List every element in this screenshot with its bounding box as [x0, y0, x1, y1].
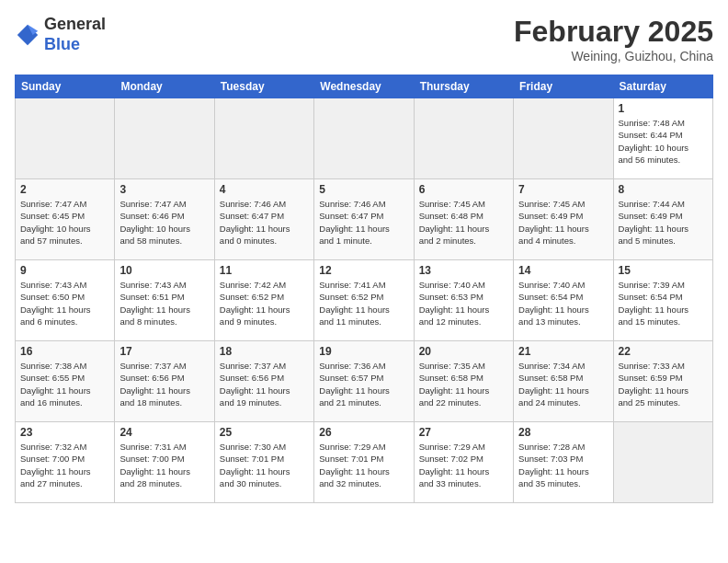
calendar-cell: 3Sunrise: 7:47 AM Sunset: 6:46 PM Daylig…: [115, 179, 214, 260]
day-info: Sunrise: 7:46 AM Sunset: 6:47 PM Dayligh…: [319, 198, 408, 247]
calendar-cell: 1Sunrise: 7:48 AM Sunset: 6:44 PM Daylig…: [613, 98, 712, 179]
day-info: Sunrise: 7:37 AM Sunset: 6:56 PM Dayligh…: [220, 360, 309, 408]
calendar-week-row: 1Sunrise: 7:48 AM Sunset: 6:44 PM Daylig…: [16, 98, 713, 179]
day-info: Sunrise: 7:46 AM Sunset: 6:47 PM Dayligh…: [220, 198, 309, 247]
calendar-cell: [613, 422, 712, 503]
day-number: 13: [419, 264, 508, 277]
month-title: February 2025: [514, 15, 713, 49]
calendar-cell: 10Sunrise: 7:43 AM Sunset: 6:51 PM Dayli…: [115, 260, 214, 341]
day-number: 25: [220, 426, 309, 439]
day-info: Sunrise: 7:45 AM Sunset: 6:48 PM Dayligh…: [419, 198, 508, 247]
calendar-cell: 2Sunrise: 7:47 AM Sunset: 6:45 PM Daylig…: [16, 179, 115, 260]
location: Weining, Guizhou, China: [514, 49, 713, 63]
calendar-cell: [414, 98, 513, 179]
calendar-cell: 12Sunrise: 7:41 AM Sunset: 6:52 PM Dayli…: [314, 260, 414, 341]
day-info: Sunrise: 7:47 AM Sunset: 6:45 PM Dayligh…: [20, 198, 109, 247]
day-info: Sunrise: 7:41 AM Sunset: 6:52 PM Dayligh…: [319, 279, 408, 327]
day-number: 16: [20, 345, 109, 358]
logo-text: General Blue: [44, 15, 106, 54]
day-number: 9: [20, 264, 109, 277]
day-number: 23: [20, 426, 109, 439]
day-number: 7: [518, 183, 608, 196]
day-number: 24: [119, 426, 209, 439]
day-number: 10: [119, 264, 209, 277]
weekday-header-friday: Friday: [514, 75, 613, 98]
day-number: 17: [119, 345, 209, 358]
day-number: 4: [220, 183, 309, 196]
day-info: Sunrise: 7:44 AM Sunset: 6:49 PM Dayligh…: [619, 198, 708, 247]
day-info: Sunrise: 7:42 AM Sunset: 6:52 PM Dayligh…: [220, 279, 309, 327]
calendar-cell: 14Sunrise: 7:40 AM Sunset: 6:54 PM Dayli…: [514, 260, 613, 341]
day-info: Sunrise: 7:29 AM Sunset: 7:02 PM Dayligh…: [419, 441, 508, 489]
weekday-header-monday: Monday: [115, 75, 214, 98]
day-info: Sunrise: 7:43 AM Sunset: 6:50 PM Dayligh…: [20, 279, 109, 327]
day-info: Sunrise: 7:38 AM Sunset: 6:55 PM Dayligh…: [20, 360, 109, 408]
calendar-cell: [214, 98, 313, 179]
calendar-cell: [514, 98, 613, 179]
day-info: Sunrise: 7:47 AM Sunset: 6:46 PM Dayligh…: [119, 198, 209, 247]
day-number: 22: [619, 345, 708, 358]
calendar-cell: 8Sunrise: 7:44 AM Sunset: 6:49 PM Daylig…: [613, 179, 712, 260]
calendar-cell: 11Sunrise: 7:42 AM Sunset: 6:52 PM Dayli…: [214, 260, 313, 341]
calendar-cell: 9Sunrise: 7:43 AM Sunset: 6:50 PM Daylig…: [16, 260, 115, 341]
calendar-cell: 22Sunrise: 7:33 AM Sunset: 6:59 PM Dayli…: [613, 341, 712, 422]
calendar-week-row: 23Sunrise: 7:32 AM Sunset: 7:00 PM Dayli…: [16, 422, 713, 503]
calendar-cell: 21Sunrise: 7:34 AM Sunset: 6:58 PM Dayli…: [514, 341, 613, 422]
calendar-cell: 19Sunrise: 7:36 AM Sunset: 6:57 PM Dayli…: [314, 341, 414, 422]
weekday-header-tuesday: Tuesday: [214, 75, 313, 98]
weekday-header-saturday: Saturday: [613, 75, 712, 98]
day-number: 26: [319, 426, 408, 439]
weekday-header-thursday: Thursday: [414, 75, 513, 98]
title-block: February 2025 Weining, Guizhou, China: [514, 15, 713, 63]
day-number: 14: [518, 264, 608, 277]
calendar-cell: 27Sunrise: 7:29 AM Sunset: 7:02 PM Dayli…: [414, 422, 513, 503]
day-info: Sunrise: 7:40 AM Sunset: 6:53 PM Dayligh…: [419, 279, 508, 327]
day-number: 28: [518, 426, 608, 439]
day-number: 6: [419, 183, 508, 196]
day-number: 18: [220, 345, 309, 358]
day-number: 15: [619, 264, 708, 277]
logo: General Blue: [15, 15, 106, 54]
calendar-cell: 15Sunrise: 7:39 AM Sunset: 6:54 PM Dayli…: [613, 260, 712, 341]
calendar-cell: [115, 98, 214, 179]
calendar-cell: 5Sunrise: 7:46 AM Sunset: 6:47 PM Daylig…: [314, 179, 414, 260]
page-header: General Blue February 2025 Weining, Guiz…: [15, 15, 713, 63]
calendar-cell: 13Sunrise: 7:40 AM Sunset: 6:53 PM Dayli…: [414, 260, 513, 341]
logo-icon: [15, 22, 40, 48]
calendar-cell: 25Sunrise: 7:30 AM Sunset: 7:01 PM Dayli…: [214, 422, 313, 503]
day-number: 11: [220, 264, 309, 277]
day-info: Sunrise: 7:39 AM Sunset: 6:54 PM Dayligh…: [619, 279, 708, 327]
day-number: 12: [319, 264, 408, 277]
day-number: 3: [119, 183, 209, 196]
day-info: Sunrise: 7:45 AM Sunset: 6:49 PM Dayligh…: [518, 198, 608, 247]
day-info: Sunrise: 7:32 AM Sunset: 7:00 PM Dayligh…: [20, 441, 109, 489]
day-number: 2: [20, 183, 109, 196]
day-info: Sunrise: 7:33 AM Sunset: 6:59 PM Dayligh…: [619, 360, 708, 408]
calendar-cell: 23Sunrise: 7:32 AM Sunset: 7:00 PM Dayli…: [16, 422, 115, 503]
calendar-cell: 7Sunrise: 7:45 AM Sunset: 6:49 PM Daylig…: [514, 179, 613, 260]
day-info: Sunrise: 7:40 AM Sunset: 6:54 PM Dayligh…: [518, 279, 608, 327]
day-info: Sunrise: 7:28 AM Sunset: 7:03 PM Dayligh…: [518, 441, 608, 489]
day-info: Sunrise: 7:36 AM Sunset: 6:57 PM Dayligh…: [319, 360, 408, 408]
calendar-cell: 16Sunrise: 7:38 AM Sunset: 6:55 PM Dayli…: [16, 341, 115, 422]
calendar-week-row: 16Sunrise: 7:38 AM Sunset: 6:55 PM Dayli…: [16, 341, 713, 422]
calendar-cell: [16, 98, 115, 179]
day-info: Sunrise: 7:35 AM Sunset: 6:58 PM Dayligh…: [419, 360, 508, 408]
weekday-header-wednesday: Wednesday: [314, 75, 414, 98]
weekday-header-row: SundayMondayTuesdayWednesdayThursdayFrid…: [16, 75, 713, 98]
calendar-cell: 4Sunrise: 7:46 AM Sunset: 6:47 PM Daylig…: [214, 179, 313, 260]
day-number: 1: [619, 102, 708, 115]
day-info: Sunrise: 7:31 AM Sunset: 7:00 PM Dayligh…: [119, 441, 209, 489]
calendar-week-row: 2Sunrise: 7:47 AM Sunset: 6:45 PM Daylig…: [16, 179, 713, 260]
day-info: Sunrise: 7:30 AM Sunset: 7:01 PM Dayligh…: [220, 441, 309, 489]
calendar-cell: 26Sunrise: 7:29 AM Sunset: 7:01 PM Dayli…: [314, 422, 414, 503]
day-number: 8: [619, 183, 708, 196]
calendar-cell: 24Sunrise: 7:31 AM Sunset: 7:00 PM Dayli…: [115, 422, 214, 503]
calendar-cell: 18Sunrise: 7:37 AM Sunset: 6:56 PM Dayli…: [214, 341, 313, 422]
day-info: Sunrise: 7:48 AM Sunset: 6:44 PM Dayligh…: [619, 117, 708, 166]
svg-marker-0: [17, 24, 38, 44]
day-number: 19: [319, 345, 408, 358]
calendar-table: SundayMondayTuesdayWednesdayThursdayFrid…: [15, 75, 713, 503]
day-info: Sunrise: 7:34 AM Sunset: 6:58 PM Dayligh…: [518, 360, 608, 408]
day-info: Sunrise: 7:29 AM Sunset: 7:01 PM Dayligh…: [319, 441, 408, 489]
